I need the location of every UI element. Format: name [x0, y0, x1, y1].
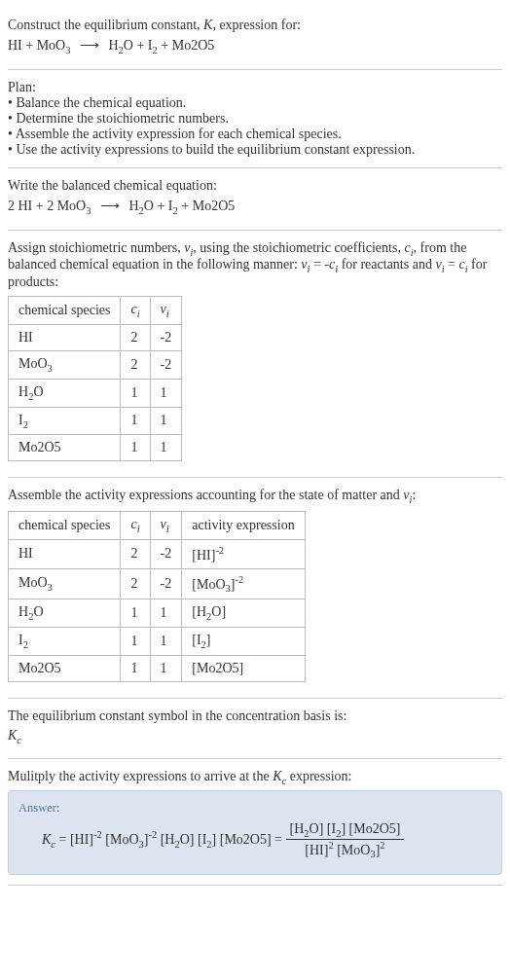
balanced-section: Write the balanced chemical equation: 2 … [8, 168, 502, 231]
balanced-heading: Write the balanced chemical equation: [8, 178, 502, 194]
table-header: chemical species [9, 297, 121, 325]
table-row: H2O11 [9, 379, 182, 407]
table-row: I211[I2] [9, 627, 306, 655]
cell-act: [MoO3]-2 [182, 568, 305, 599]
activity-table: chemical species ci νi activity expressi… [8, 511, 306, 682]
table-header: chemical species [9, 512, 121, 540]
fraction-numerator: [H2O] [I2] [Mo2O5] [286, 821, 405, 840]
stoich-text: Assign stoichiometric numbers, νi, using… [8, 240, 502, 291]
table-header: ci [121, 297, 150, 325]
cell-species: MoO3 [9, 568, 121, 599]
table-row: Mo2O511[Mo2O5] [9, 655, 306, 681]
table-row: MoO32-2[MoO3]-2 [9, 568, 306, 599]
cell-v: -2 [150, 324, 182, 350]
final-section: Mulitply the activity expressions to arr… [8, 759, 502, 885]
cell-c: 1 [121, 599, 150, 628]
cell-c: 2 [121, 350, 150, 379]
cell-species: Mo2O5 [9, 435, 121, 461]
cell-c: 2 [121, 568, 150, 599]
fraction: [H2O] [I2] [Mo2O5] [HI]2 [MoO3]2 [286, 821, 405, 859]
cell-species: H2O [9, 599, 121, 628]
table-row: HI2-2 [9, 324, 182, 350]
cell-species: HI [9, 324, 121, 350]
cell-species: I2 [9, 407, 121, 435]
cell-species: HI [9, 539, 121, 568]
answer-box: Answer: Kc = [HI]-2 [MoO3]-2 [H2O] [I2] … [8, 790, 502, 874]
intro-section: Construct the equilibrium constant, K, e… [8, 8, 502, 70]
symbol-text: The equilibrium constant symbol in the c… [8, 708, 502, 724]
cell-v: 1 [150, 655, 182, 681]
table-header: νi [150, 512, 182, 540]
intro-text: Construct the equilibrium constant, K, e… [8, 18, 502, 33]
cell-v: 1 [150, 435, 182, 461]
table-header: ci [121, 512, 150, 540]
cell-c: 2 [121, 539, 150, 568]
cell-act: [HI]-2 [182, 539, 305, 568]
table-row: Mo2O511 [9, 435, 182, 461]
table-row: I211 [9, 407, 182, 435]
plan-bullet: • Balance the chemical equation. [8, 95, 502, 111]
cell-v: -2 [150, 539, 182, 568]
cell-c: 1 [121, 435, 150, 461]
cell-act: [Mo2O5] [182, 655, 305, 681]
intro-equation: HI + MoO3 ⟶ H2O + I2 + Mo2O5 [8, 37, 502, 55]
symbol-section: The equilibrium constant symbol in the c… [8, 699, 502, 760]
stoich-section: Assign stoichiometric numbers, νi, using… [8, 231, 502, 479]
activity-text: Assemble the activity expressions accoun… [8, 488, 502, 505]
answer-label: Answer: [18, 801, 492, 816]
table-row: H2O11[H2O] [9, 599, 306, 628]
plan-bullet: • Determine the stoichiometric numbers. [8, 111, 502, 127]
cell-c: 1 [121, 655, 150, 681]
table-row: HI2-2[HI]-2 [9, 539, 306, 568]
activity-section: Assemble the activity expressions accoun… [8, 478, 502, 698]
cell-v: -2 [150, 350, 182, 379]
cell-v: 1 [150, 627, 182, 655]
answer-equation: Kc = [HI]-2 [MoO3]-2 [H2O] [I2] [Mo2O5] … [18, 821, 492, 859]
plan-bullet: • Use the activity expressions to build … [8, 142, 502, 158]
fraction-denominator: [HI]2 [MoO3]2 [286, 840, 405, 859]
cell-act: [I2] [182, 627, 305, 655]
cell-species: I2 [9, 627, 121, 655]
cell-species: Mo2O5 [9, 655, 121, 681]
cell-v: 1 [150, 379, 182, 407]
plan-section: Plan: • Balance the chemical equation. •… [8, 70, 502, 168]
table-header: νi [150, 297, 182, 325]
cell-act: [H2O] [182, 599, 305, 628]
cell-c: 1 [121, 379, 150, 407]
plan-heading: Plan: [8, 80, 502, 95]
cell-v: 1 [150, 599, 182, 628]
cell-c: 1 [121, 407, 150, 435]
stoich-table: chemical species ci νi HI2-2 MoO32-2 H2O… [8, 296, 182, 461]
balanced-equation: 2 HI + 2 MoO3 ⟶ H2O + I2 + Mo2O5 [8, 198, 502, 216]
cell-v: 1 [150, 407, 182, 435]
table-row: MoO32-2 [9, 350, 182, 379]
cell-c: 1 [121, 627, 150, 655]
cell-v: -2 [150, 568, 182, 599]
cell-species: H2O [9, 379, 121, 407]
cell-c: 2 [121, 324, 150, 350]
cell-species: MoO3 [9, 350, 121, 379]
final-text: Mulitply the activity expressions to arr… [8, 769, 502, 786]
table-header: activity expression [182, 512, 305, 540]
plan-bullet: • Assemble the activity expression for e… [8, 127, 502, 142]
symbol-value: Kc [8, 728, 502, 745]
